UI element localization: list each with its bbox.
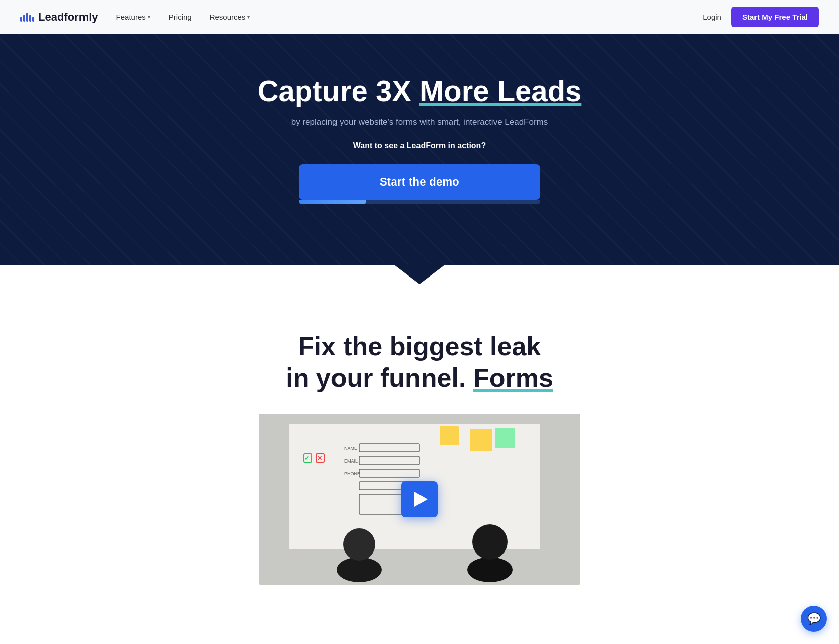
logo-bar-5 (32, 17, 34, 22)
nav-right: Login Start My Free Trial (703, 7, 819, 27)
nav-resources[interactable]: Resources ▾ (210, 13, 250, 21)
section2-title-highlight: Forms (473, 363, 553, 392)
play-button-overlay (259, 414, 580, 585)
hero-title-highlight: More Leads (420, 74, 581, 107)
hero-section: Capture 3X More Leads by replacing your … (0, 34, 839, 265)
hero-question: Want to see a LeadForm in action? (10, 141, 829, 150)
nav-pricing[interactable]: Pricing (169, 13, 192, 21)
logo-bar-1 (20, 17, 22, 22)
resources-label: Resources (210, 13, 246, 21)
features-chevron-icon: ▾ (148, 14, 150, 20)
logo-icon (20, 13, 34, 22)
logo[interactable]: Leadformly (20, 11, 98, 24)
hero-title: Capture 3X More Leads (10, 74, 829, 108)
section2-title-line1: Fix the biggest leak (298, 332, 541, 361)
resources-chevron-icon: ▾ (247, 14, 250, 20)
video-container: NAME EMAIL PHONE ✓ ✕ (259, 414, 580, 585)
hero-subtitle: by replacing your website's forms with s… (10, 117, 829, 127)
pricing-label: Pricing (169, 13, 192, 21)
start-trial-button[interactable]: Start My Free Trial (731, 7, 819, 27)
section2: Fix the biggest leak in your funnel. For… (0, 291, 839, 605)
hero-title-part1: Capture 3X (258, 74, 420, 107)
section2-title: Fix the biggest leak in your funnel. For… (10, 331, 829, 394)
logo-bar-3 (26, 13, 28, 22)
nav-features[interactable]: Features ▾ (116, 13, 150, 21)
progress-bar-fill (299, 200, 366, 204)
video-thumbnail: NAME EMAIL PHONE ✓ ✕ (259, 414, 580, 585)
nav-left: Leadformly Features ▾ Pricing Resources … (20, 11, 250, 24)
section2-title-line2: in your funnel. (286, 363, 473, 392)
progress-bar-container (299, 200, 540, 204)
play-icon (414, 492, 428, 507)
features-label: Features (116, 13, 146, 21)
demo-button-wrap: Start the demo (299, 164, 540, 204)
play-button[interactable] (401, 481, 438, 517)
demo-button[interactable]: Start the demo (299, 164, 540, 200)
logo-text: Leadformly (38, 11, 98, 24)
login-link[interactable]: Login (703, 13, 721, 21)
logo-bar-4 (29, 15, 31, 22)
navbar: Leadformly Features ▾ Pricing Resources … (0, 0, 839, 34)
section-divider (0, 265, 839, 291)
logo-bar-2 (23, 15, 25, 22)
